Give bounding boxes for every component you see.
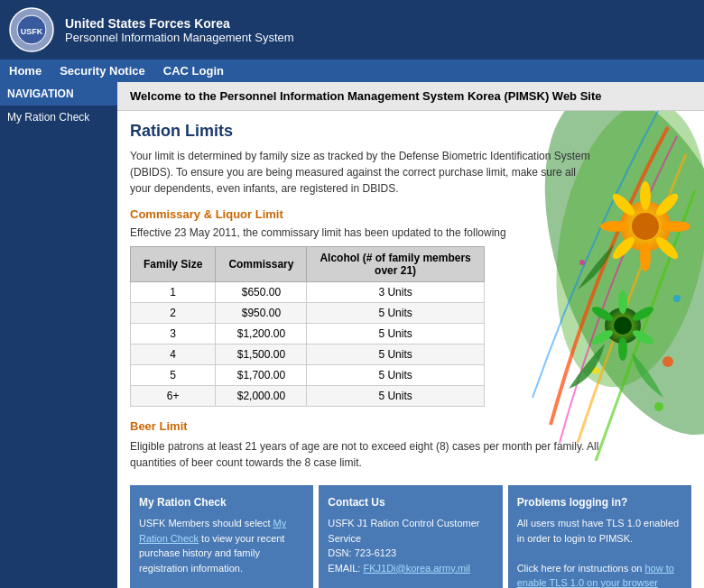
info-box-login: Problems logging in? All users must have…: [508, 485, 691, 588]
table-row: 3$1,200.005 Units: [131, 324, 485, 345]
table-cell: $1,700.00: [216, 365, 307, 386]
contact-email: EMAIL: FKJ1Di@korea.army.mil: [328, 561, 493, 576]
table-cell: 5 Units: [307, 365, 484, 386]
table-cell: $950.00: [216, 303, 307, 324]
sidebar-nav-title: NAVIGATION: [0, 82, 117, 106]
sidebar-item-my-ration-check[interactable]: My Ration Check: [0, 106, 117, 129]
content-area: Welcome to the Personnel Information Man…: [117, 82, 704, 588]
table-header-commissary: Commissary: [216, 247, 307, 282]
info-box-contact-title: Contact Us: [328, 494, 493, 510]
info-box-ration-title: My Ration Check: [139, 494, 304, 510]
content-inner: Welcome to the Personnel Information Man…: [117, 82, 704, 588]
info-box-login-title: Problems logging in?: [517, 494, 682, 510]
header-line1: United States Forces Korea: [65, 16, 294, 31]
info-boxes: My Ration Check USFK Members should sele…: [130, 485, 691, 588]
table-cell: 5 Units: [307, 345, 484, 365]
table-cell: $1,500.00: [216, 345, 307, 365]
info-box-ration-text: USFK Members should select My Ration Che…: [139, 516, 304, 575]
ration-intro: Your limit is determined by family size …: [130, 148, 599, 197]
beer-text: Eligible patrons at least 21 years of ag…: [130, 438, 599, 471]
table-cell: 5: [131, 365, 216, 386]
table-header-family-size: Family Size: [131, 247, 216, 282]
table-row: 5$1,700.005 Units: [131, 365, 485, 386]
logo: USFK: [9, 7, 54, 52]
tls-link[interactable]: how to enable TLS 1.0 on your browser: [517, 563, 674, 589]
table-row: 1$650.003 Units: [131, 282, 485, 303]
commissary-title: Commissary & Liquor Limit: [130, 207, 691, 221]
table-cell: $2,000.00: [216, 386, 307, 407]
nav-cac-login[interactable]: CAC Login: [163, 64, 224, 78]
info-box-contact: Contact Us USFK J1 Ration Control Custom…: [319, 485, 502, 588]
table-cell: 5 Units: [307, 303, 484, 324]
table-cell: 5 Units: [307, 324, 484, 345]
table-cell: 5 Units: [307, 386, 484, 407]
sidebar: NAVIGATION My Ration Check: [0, 82, 117, 588]
effective-text: Effective 23 May 2011, the commissary li…: [130, 226, 691, 239]
content-body: Ration Limits Your limit is determined b…: [117, 111, 704, 588]
navbar: Home Security Notice CAC Login: [0, 60, 704, 82]
table-cell: 3 Units: [307, 282, 484, 303]
header-line2: Personnel Information Management System: [65, 31, 294, 44]
ration-limits-title: Ration Limits: [130, 122, 691, 141]
svg-text:USFK: USFK: [21, 27, 43, 36]
my-ration-check-link[interactable]: My Ration Check: [139, 518, 286, 544]
table-cell: $650.00: [216, 282, 307, 303]
main-layout: NAVIGATION My Ration Check: [0, 82, 704, 588]
ration-table: Family Size Commissary Alcohol (# of fam…: [130, 246, 485, 407]
page-title: Welcome to the Personnel Information Man…: [117, 82, 704, 111]
beer-limit-title: Beer Limit: [130, 419, 691, 433]
table-cell: 2: [131, 303, 216, 324]
table-cell: 4: [131, 345, 216, 365]
login-text1: All users must have TLS 1.0 enabled in o…: [517, 516, 682, 546]
nav-security-notice[interactable]: Security Notice: [60, 64, 145, 78]
table-row: 2$950.005 Units: [131, 303, 485, 324]
table-row: 4$1,500.005 Units: [131, 345, 485, 365]
table-header-alcohol: Alcohol (# of family membersover 21): [307, 247, 484, 282]
table-cell: 1: [131, 282, 216, 303]
login-text2: Click here for instructions on how to en…: [517, 561, 682, 589]
contact-dsn: DSN: 723-6123: [328, 546, 493, 561]
contact-service: USFK J1 Ration Control Customer Service: [328, 516, 493, 546]
table-cell: $1,200.00: [216, 324, 307, 345]
table-row: 6+$2,000.005 Units: [131, 386, 485, 407]
info-box-ration-check: My Ration Check USFK Members should sele…: [130, 485, 313, 588]
table-cell: 6+: [131, 386, 216, 407]
contact-email-link[interactable]: FKJ1Di@korea.army.mil: [363, 563, 470, 574]
nav-home[interactable]: Home: [9, 64, 42, 78]
header: USFK United States Forces Korea Personne…: [0, 0, 704, 60]
header-text: United States Forces Korea Personnel Inf…: [65, 16, 294, 44]
table-cell: 3: [131, 324, 216, 345]
